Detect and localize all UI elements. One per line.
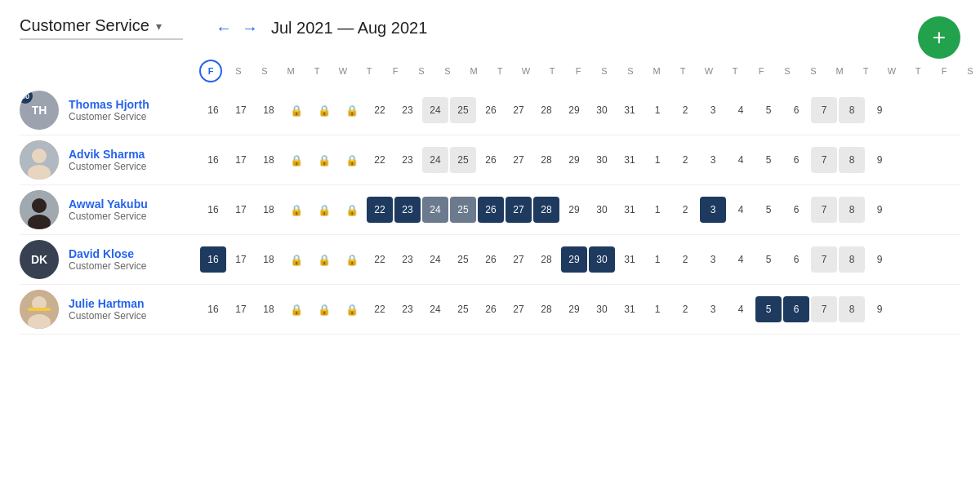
day-cell[interactable]: 22 bbox=[367, 97, 393, 123]
day-cell[interactable]: 🔒 bbox=[339, 296, 365, 322]
day-cell[interactable]: 5 bbox=[755, 197, 782, 223]
day-cell[interactable]: 22 bbox=[367, 246, 393, 273]
day-cell[interactable]: 26 bbox=[478, 147, 504, 173]
day-cell[interactable]: 🔒 bbox=[283, 246, 310, 273]
day-cell[interactable]: 3 bbox=[700, 147, 726, 173]
day-cell[interactable]: 2 bbox=[672, 197, 698, 223]
day-cell[interactable]: 26 bbox=[478, 97, 504, 123]
day-cell[interactable]: 8 bbox=[839, 197, 865, 223]
day-cell[interactable]: 🔒 bbox=[311, 197, 337, 223]
day-cell[interactable]: 17 bbox=[228, 147, 254, 173]
day-cell[interactable]: 1 bbox=[644, 147, 670, 173]
day-cell[interactable]: 🔒 bbox=[311, 97, 337, 123]
day-cell[interactable]: 23 bbox=[394, 296, 421, 322]
day-cell[interactable]: 4 bbox=[728, 197, 754, 223]
day-cell[interactable]: 5 bbox=[755, 97, 782, 123]
day-cell[interactable]: 9 bbox=[866, 147, 893, 173]
day-cell[interactable]: 22 bbox=[367, 296, 393, 322]
day-cell[interactable]: 28 bbox=[533, 197, 559, 223]
day-cell[interactable]: 30 bbox=[589, 147, 615, 173]
day-cell[interactable]: 7 bbox=[811, 147, 837, 173]
day-cell[interactable]: 4 bbox=[728, 296, 754, 322]
day-cell[interactable]: 23 bbox=[394, 197, 421, 223]
day-cell[interactable]: 🔒 bbox=[283, 296, 310, 322]
day-cell[interactable]: 1 bbox=[644, 296, 670, 322]
day-cell[interactable]: 2 bbox=[672, 97, 698, 123]
day-cell[interactable]: 7 bbox=[811, 197, 837, 223]
day-cell[interactable]: 1 bbox=[644, 246, 670, 273]
day-cell[interactable]: 16 bbox=[200, 246, 226, 273]
day-cell[interactable]: 🔒 bbox=[283, 197, 310, 223]
day-cell[interactable]: 7 bbox=[811, 246, 837, 273]
day-cell[interactable]: 30 bbox=[589, 246, 615, 273]
day-cell[interactable]: 7 bbox=[811, 296, 837, 322]
day-cell[interactable]: 3 bbox=[700, 197, 726, 223]
day-cell[interactable]: 17 bbox=[228, 97, 254, 123]
day-cell[interactable]: 9 bbox=[866, 97, 893, 123]
day-cell[interactable]: 17 bbox=[228, 197, 254, 223]
day-cell[interactable]: 2 bbox=[672, 147, 698, 173]
day-cell[interactable]: 9 bbox=[866, 246, 893, 273]
day-cell[interactable]: 1 bbox=[644, 197, 670, 223]
day-cell[interactable]: 2 bbox=[672, 296, 698, 322]
day-cell[interactable]: 23 bbox=[394, 147, 421, 173]
day-cell[interactable]: 31 bbox=[617, 296, 643, 322]
day-cell[interactable]: 24 bbox=[422, 97, 448, 123]
day-cell[interactable]: 🔒 bbox=[339, 197, 365, 223]
day-cell[interactable]: 29 bbox=[561, 97, 587, 123]
day-cell[interactable]: 29 bbox=[561, 197, 587, 223]
day-cell[interactable]: 16 bbox=[200, 97, 226, 123]
day-cell[interactable]: 24 bbox=[422, 147, 448, 173]
day-cell[interactable]: 3 bbox=[700, 246, 726, 273]
day-cell[interactable]: 27 bbox=[506, 197, 532, 223]
day-cell[interactable]: 🔒 bbox=[311, 296, 337, 322]
day-cell[interactable]: 18 bbox=[256, 296, 282, 322]
day-cell[interactable]: 🔒 bbox=[311, 246, 337, 273]
day-cell[interactable]: 30 bbox=[589, 296, 615, 322]
day-cell[interactable]: 30 bbox=[589, 197, 615, 223]
day-cell[interactable]: 25 bbox=[450, 246, 476, 273]
day-cell[interactable]: 6 bbox=[783, 147, 809, 173]
day-cell[interactable]: 25 bbox=[450, 147, 476, 173]
day-cell[interactable]: 🔒 bbox=[339, 147, 365, 173]
day-cell[interactable]: 3 bbox=[700, 296, 726, 322]
day-cell[interactable]: 🔒 bbox=[283, 147, 310, 173]
day-cell[interactable]: 31 bbox=[617, 197, 643, 223]
day-cell[interactable]: 31 bbox=[617, 97, 643, 123]
day-cell[interactable]: 22 bbox=[367, 197, 393, 223]
prev-button[interactable]: ← bbox=[216, 19, 232, 38]
day-cell[interactable]: 5 bbox=[755, 246, 782, 273]
day-cell[interactable]: 16 bbox=[200, 296, 226, 322]
day-cell[interactable]: 24 bbox=[422, 296, 448, 322]
day-cell[interactable]: 🔒 bbox=[283, 97, 310, 123]
day-cell[interactable]: 29 bbox=[561, 147, 587, 173]
day-cell[interactable]: 18 bbox=[256, 97, 282, 123]
day-cell[interactable]: 25 bbox=[450, 197, 476, 223]
day-cell[interactable]: 18 bbox=[256, 246, 282, 273]
day-cell[interactable]: 25 bbox=[450, 97, 476, 123]
day-cell[interactable]: 9 bbox=[866, 197, 893, 223]
day-cell[interactable]: 🔒 bbox=[311, 147, 337, 173]
day-cell[interactable]: 28 bbox=[533, 296, 559, 322]
day-cell[interactable]: 16 bbox=[200, 197, 226, 223]
day-cell[interactable]: 4 bbox=[728, 97, 754, 123]
day-cell[interactable]: 18 bbox=[256, 197, 282, 223]
day-cell[interactable]: 16 bbox=[200, 147, 226, 173]
day-cell[interactable]: 6 bbox=[783, 197, 809, 223]
day-cell[interactable]: 18 bbox=[256, 147, 282, 173]
day-cell[interactable]: 23 bbox=[394, 97, 421, 123]
day-cell[interactable]: 28 bbox=[533, 97, 559, 123]
day-cell[interactable]: 5 bbox=[755, 147, 782, 173]
day-cell[interactable]: 3 bbox=[700, 97, 726, 123]
day-cell[interactable]: 23 bbox=[394, 246, 421, 273]
day-cell[interactable]: 31 bbox=[617, 246, 643, 273]
day-cell[interactable]: 17 bbox=[228, 296, 254, 322]
day-cell[interactable]: 8 bbox=[839, 296, 865, 322]
day-cell[interactable]: 7 bbox=[811, 97, 837, 123]
day-cell[interactable]: 31 bbox=[617, 147, 643, 173]
day-cell[interactable]: 6 bbox=[783, 246, 809, 273]
day-cell[interactable]: 26 bbox=[478, 296, 504, 322]
day-cell[interactable]: 27 bbox=[506, 246, 532, 273]
day-cell[interactable]: 24 bbox=[422, 246, 448, 273]
day-cell[interactable]: 26 bbox=[478, 197, 504, 223]
